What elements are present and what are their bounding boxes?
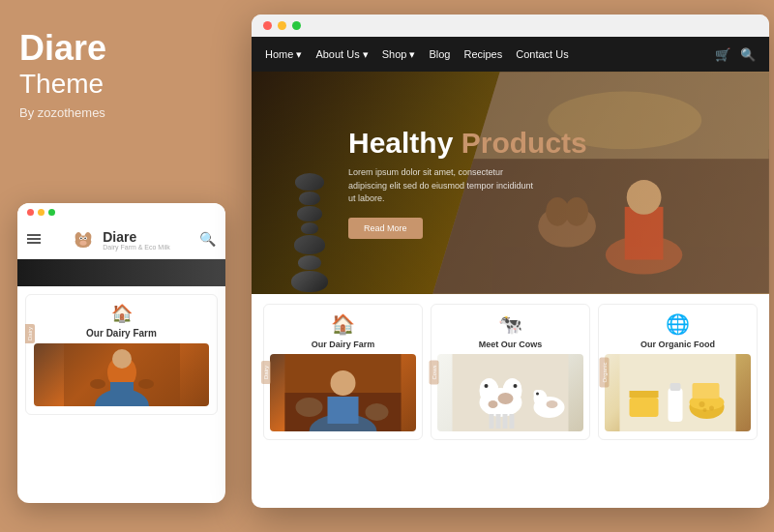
svg-point-13 (112, 349, 132, 369)
dot-green (48, 209, 55, 216)
desktop-card-image-cows (437, 354, 583, 431)
svg-rect-40 (503, 414, 508, 429)
mobile-brand-tagline: Dairy Farm & Eco Milk (103, 244, 170, 251)
mobile-side-tag: Dairy (25, 324, 35, 343)
stone (291, 271, 328, 292)
svg-point-62 (709, 406, 714, 411)
search-icon[interactable]: 🔍 (740, 47, 756, 62)
svg-point-4 (86, 232, 90, 236)
desktop-nav-home[interactable]: Home ▾ (265, 48, 302, 61)
svg-point-31 (331, 370, 356, 396)
desktop-card-side-tag-cows: Cows (430, 360, 439, 384)
svg-point-9 (84, 237, 86, 239)
desktop-nav: Home ▾ About Us ▾ Shop ▾ Blog Recipes Co… (252, 37, 769, 72)
mobile-logo-area: Diare Dairy Farm & Eco Milk (70, 225, 170, 252)
desktop-card-organic: Organic 🌐 Our Organic Food (598, 304, 758, 440)
svg-rect-22 (625, 207, 664, 260)
desktop-card-image-organic (605, 354, 751, 431)
desktop-card-icon-organic: 🌐 (605, 312, 751, 336)
brand-subtitle: Theme (19, 68, 232, 101)
svg-point-15 (90, 379, 105, 389)
svg-point-8 (80, 237, 82, 239)
desktop-card-side-tag-organic: Organic (600, 357, 610, 387)
desktop-card-icon-cows: 🐄 (437, 312, 583, 336)
svg-rect-14 (110, 382, 134, 401)
mobile-card-title: Our Dairy Farm (34, 328, 209, 339)
desktop-card-side-tag-dairy: Dairy (261, 360, 271, 383)
desktop-nav-icons: 🛒 🔍 (715, 47, 756, 62)
mobile-mockup: Diare Dairy Farm & Eco Milk 🔍 Dairy 🏠 Ou… (17, 203, 225, 503)
desktop-nav-blog[interactable]: Blog (429, 48, 450, 60)
desktop-nav-about[interactable]: About Us ▾ (315, 48, 368, 61)
svg-point-32 (296, 398, 323, 417)
hero-title: Healthy Products (348, 127, 587, 159)
svg-point-51 (536, 393, 539, 396)
stone (295, 173, 324, 191)
svg-rect-38 (490, 414, 494, 429)
mobile-cards-section: Dairy 🏠 Our Dairy Farm (17, 286, 225, 423)
desktop-dot-yellow (278, 21, 286, 30)
dairy-farm-svg (270, 354, 416, 431)
hamburger-line (27, 234, 41, 236)
mobile-brand-text: Diare Dairy Farm & Eco Milk (103, 228, 170, 251)
svg-rect-57 (670, 383, 681, 391)
svg-point-23 (627, 180, 662, 215)
svg-point-16 (138, 379, 154, 389)
svg-point-3 (76, 232, 80, 236)
brand-by: By zozothemes (19, 105, 232, 120)
svg-point-33 (366, 403, 389, 421)
svg-point-46 (498, 393, 514, 404)
organic-food-svg (605, 354, 751, 431)
desktop-card-title-cows: Meet Our Cows (437, 340, 583, 349)
cows-svg (437, 354, 583, 431)
mobile-card-icon: 🏠 (34, 303, 209, 324)
svg-point-5 (80, 241, 87, 246)
cart-icon[interactable]: 🛒 (715, 47, 730, 62)
svg-point-61 (700, 401, 705, 407)
mobile-search-icon[interactable]: 🔍 (199, 231, 216, 247)
hero-title-main: Healthy (348, 127, 453, 159)
desktop-card-title-dairy: Our Dairy Farm (270, 340, 416, 349)
svg-rect-39 (496, 414, 501, 429)
hero-title-accent: Products (461, 127, 587, 159)
hamburger-menu[interactable] (27, 234, 41, 244)
svg-rect-54 (630, 398, 659, 417)
desktop-card-icon-dairy: 🏠 (270, 312, 416, 336)
left-panel: Diare Theme By zozothemes (19, 29, 232, 120)
svg-rect-60 (693, 383, 720, 399)
desktop-hero: Healthy Products Lorem ipsum dolor sit a… (252, 72, 769, 294)
mobile-logo-icon (70, 225, 97, 252)
hero-description: Lorem ipsum dolor sit amet, consectetur … (348, 166, 542, 206)
desktop-nav-items: Home ▾ About Us ▾ Shop ▾ Blog Recipes Co… (265, 48, 569, 61)
mobile-hero-strip (17, 259, 225, 286)
desktop-nav-recipes[interactable]: Recipes (464, 48, 503, 60)
mobile-card-image (34, 343, 209, 406)
desktop-dot-green (292, 21, 301, 30)
svg-point-47 (489, 400, 498, 408)
svg-rect-56 (669, 388, 683, 422)
desktop-nav-contact[interactable]: Contact Us (516, 48, 568, 60)
svg-point-63 (703, 408, 707, 412)
stone (299, 192, 320, 205)
mobile-brand-name: Diare (103, 229, 136, 245)
mobile-nav-bar: Diare Dairy Farm & Eco Milk 🔍 (17, 220, 225, 259)
hamburger-line (27, 238, 41, 240)
desktop-card-dairy: Dairy 🏠 Our Dairy Farm (263, 304, 423, 440)
desktop-nav-shop[interactable]: Shop ▾ (382, 48, 416, 61)
stone (294, 235, 325, 254)
desktop-top-bar (252, 15, 769, 37)
svg-point-44 (485, 384, 489, 388)
desktop-card-title-organic: Our Organic Food (605, 340, 751, 349)
stone (301, 222, 318, 234)
hamburger-line (27, 242, 41, 244)
stone (297, 206, 322, 222)
svg-rect-30 (328, 397, 359, 424)
hero-read-more-button[interactable]: Read More (348, 218, 423, 239)
svg-marker-55 (630, 391, 659, 398)
desktop-mockup: Home ▾ About Us ▾ Shop ▾ Blog Recipes Co… (252, 15, 769, 508)
mobile-top-bar (17, 203, 225, 220)
mobile-window-dots (27, 209, 55, 216)
desktop-cards-section: Dairy 🏠 Our Dairy Farm Cows 🐄 Mee (252, 294, 769, 450)
desktop-dot-red (263, 21, 272, 30)
hero-stone-stack (271, 86, 348, 294)
